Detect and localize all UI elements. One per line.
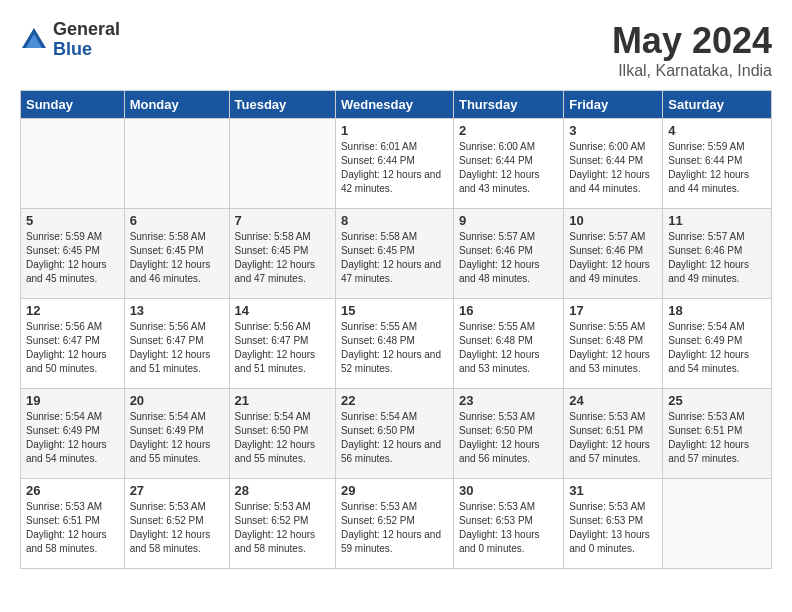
day-number: 4 <box>668 123 766 138</box>
day-info: Sunrise: 5:54 AMSunset: 6:49 PMDaylight:… <box>668 320 766 376</box>
day-info: Sunrise: 5:59 AMSunset: 6:45 PMDaylight:… <box>26 230 119 286</box>
day-cell: 6Sunrise: 5:58 AMSunset: 6:45 PMDaylight… <box>124 209 229 299</box>
day-cell: 20Sunrise: 5:54 AMSunset: 6:49 PMDayligh… <box>124 389 229 479</box>
week-row-5: 26Sunrise: 5:53 AMSunset: 6:51 PMDayligh… <box>21 479 772 569</box>
week-row-3: 12Sunrise: 5:56 AMSunset: 6:47 PMDayligh… <box>21 299 772 389</box>
day-number: 1 <box>341 123 448 138</box>
day-cell: 29Sunrise: 5:53 AMSunset: 6:52 PMDayligh… <box>335 479 453 569</box>
logo-text: General Blue <box>53 20 120 60</box>
day-info: Sunrise: 5:56 AMSunset: 6:47 PMDaylight:… <box>235 320 330 376</box>
day-info: Sunrise: 5:56 AMSunset: 6:47 PMDaylight:… <box>26 320 119 376</box>
day-number: 30 <box>459 483 558 498</box>
day-number: 13 <box>130 303 224 318</box>
day-number: 31 <box>569 483 657 498</box>
day-info: Sunrise: 5:53 AMSunset: 6:51 PMDaylight:… <box>26 500 119 556</box>
day-cell: 19Sunrise: 5:54 AMSunset: 6:49 PMDayligh… <box>21 389 125 479</box>
day-cell: 12Sunrise: 5:56 AMSunset: 6:47 PMDayligh… <box>21 299 125 389</box>
day-info: Sunrise: 5:57 AMSunset: 6:46 PMDaylight:… <box>459 230 558 286</box>
day-number: 28 <box>235 483 330 498</box>
day-number: 24 <box>569 393 657 408</box>
day-info: Sunrise: 5:57 AMSunset: 6:46 PMDaylight:… <box>569 230 657 286</box>
day-info: Sunrise: 6:00 AMSunset: 6:44 PMDaylight:… <box>569 140 657 196</box>
day-number: 2 <box>459 123 558 138</box>
logo: General Blue <box>20 20 120 60</box>
day-info: Sunrise: 5:55 AMSunset: 6:48 PMDaylight:… <box>569 320 657 376</box>
day-info: Sunrise: 5:54 AMSunset: 6:50 PMDaylight:… <box>341 410 448 466</box>
day-info: Sunrise: 5:53 AMSunset: 6:52 PMDaylight:… <box>341 500 448 556</box>
logo-blue: Blue <box>53 40 120 60</box>
day-cell: 1Sunrise: 6:01 AMSunset: 6:44 PMDaylight… <box>335 119 453 209</box>
header-day-sunday: Sunday <box>21 91 125 119</box>
day-cell: 26Sunrise: 5:53 AMSunset: 6:51 PMDayligh… <box>21 479 125 569</box>
day-cell: 22Sunrise: 5:54 AMSunset: 6:50 PMDayligh… <box>335 389 453 479</box>
day-number: 18 <box>668 303 766 318</box>
day-cell: 16Sunrise: 5:55 AMSunset: 6:48 PMDayligh… <box>453 299 563 389</box>
day-info: Sunrise: 5:53 AMSunset: 6:51 PMDaylight:… <box>569 410 657 466</box>
day-info: Sunrise: 5:58 AMSunset: 6:45 PMDaylight:… <box>341 230 448 286</box>
day-cell: 30Sunrise: 5:53 AMSunset: 6:53 PMDayligh… <box>453 479 563 569</box>
week-row-4: 19Sunrise: 5:54 AMSunset: 6:49 PMDayligh… <box>21 389 772 479</box>
header-day-monday: Monday <box>124 91 229 119</box>
day-number: 6 <box>130 213 224 228</box>
day-number: 22 <box>341 393 448 408</box>
day-cell: 24Sunrise: 5:53 AMSunset: 6:51 PMDayligh… <box>564 389 663 479</box>
day-cell <box>21 119 125 209</box>
day-number: 12 <box>26 303 119 318</box>
header-day-thursday: Thursday <box>453 91 563 119</box>
day-cell <box>229 119 335 209</box>
day-info: Sunrise: 5:53 AMSunset: 6:53 PMDaylight:… <box>459 500 558 556</box>
day-number: 17 <box>569 303 657 318</box>
day-number: 8 <box>341 213 448 228</box>
day-info: Sunrise: 5:54 AMSunset: 6:50 PMDaylight:… <box>235 410 330 466</box>
day-cell <box>663 479 772 569</box>
day-cell: 8Sunrise: 5:58 AMSunset: 6:45 PMDaylight… <box>335 209 453 299</box>
subtitle: Ilkal, Karnataka, India <box>612 62 772 80</box>
day-cell: 27Sunrise: 5:53 AMSunset: 6:52 PMDayligh… <box>124 479 229 569</box>
header-day-friday: Friday <box>564 91 663 119</box>
day-info: Sunrise: 5:58 AMSunset: 6:45 PMDaylight:… <box>235 230 330 286</box>
day-cell <box>124 119 229 209</box>
day-cell: 11Sunrise: 5:57 AMSunset: 6:46 PMDayligh… <box>663 209 772 299</box>
day-info: Sunrise: 5:53 AMSunset: 6:52 PMDaylight:… <box>235 500 330 556</box>
day-cell: 31Sunrise: 5:53 AMSunset: 6:53 PMDayligh… <box>564 479 663 569</box>
week-row-2: 5Sunrise: 5:59 AMSunset: 6:45 PMDaylight… <box>21 209 772 299</box>
day-info: Sunrise: 6:00 AMSunset: 6:44 PMDaylight:… <box>459 140 558 196</box>
day-cell: 3Sunrise: 6:00 AMSunset: 6:44 PMDaylight… <box>564 119 663 209</box>
day-number: 29 <box>341 483 448 498</box>
day-info: Sunrise: 5:58 AMSunset: 6:45 PMDaylight:… <box>130 230 224 286</box>
calendar-table: SundayMondayTuesdayWednesdayThursdayFrid… <box>20 90 772 569</box>
calendar-header-row: SundayMondayTuesdayWednesdayThursdayFrid… <box>21 91 772 119</box>
day-cell: 7Sunrise: 5:58 AMSunset: 6:45 PMDaylight… <box>229 209 335 299</box>
day-cell: 25Sunrise: 5:53 AMSunset: 6:51 PMDayligh… <box>663 389 772 479</box>
day-cell: 15Sunrise: 5:55 AMSunset: 6:48 PMDayligh… <box>335 299 453 389</box>
day-cell: 13Sunrise: 5:56 AMSunset: 6:47 PMDayligh… <box>124 299 229 389</box>
main-title: May 2024 <box>612 20 772 62</box>
header-day-tuesday: Tuesday <box>229 91 335 119</box>
header: General Blue May 2024 Ilkal, Karnataka, … <box>20 20 772 80</box>
day-number: 15 <box>341 303 448 318</box>
day-info: Sunrise: 5:55 AMSunset: 6:48 PMDaylight:… <box>341 320 448 376</box>
day-number: 26 <box>26 483 119 498</box>
day-info: Sunrise: 5:59 AMSunset: 6:44 PMDaylight:… <box>668 140 766 196</box>
day-number: 9 <box>459 213 558 228</box>
day-number: 20 <box>130 393 224 408</box>
day-cell: 17Sunrise: 5:55 AMSunset: 6:48 PMDayligh… <box>564 299 663 389</box>
day-number: 11 <box>668 213 766 228</box>
day-number: 7 <box>235 213 330 228</box>
day-number: 19 <box>26 393 119 408</box>
day-info: Sunrise: 5:55 AMSunset: 6:48 PMDaylight:… <box>459 320 558 376</box>
day-info: Sunrise: 5:53 AMSunset: 6:52 PMDaylight:… <box>130 500 224 556</box>
day-cell: 28Sunrise: 5:53 AMSunset: 6:52 PMDayligh… <box>229 479 335 569</box>
day-cell: 18Sunrise: 5:54 AMSunset: 6:49 PMDayligh… <box>663 299 772 389</box>
day-cell: 2Sunrise: 6:00 AMSunset: 6:44 PMDaylight… <box>453 119 563 209</box>
day-info: Sunrise: 5:56 AMSunset: 6:47 PMDaylight:… <box>130 320 224 376</box>
day-number: 25 <box>668 393 766 408</box>
day-cell: 10Sunrise: 5:57 AMSunset: 6:46 PMDayligh… <box>564 209 663 299</box>
day-info: Sunrise: 6:01 AMSunset: 6:44 PMDaylight:… <box>341 140 448 196</box>
day-number: 23 <box>459 393 558 408</box>
day-cell: 14Sunrise: 5:56 AMSunset: 6:47 PMDayligh… <box>229 299 335 389</box>
day-info: Sunrise: 5:53 AMSunset: 6:53 PMDaylight:… <box>569 500 657 556</box>
header-day-wednesday: Wednesday <box>335 91 453 119</box>
week-row-1: 1Sunrise: 6:01 AMSunset: 6:44 PMDaylight… <box>21 119 772 209</box>
day-info: Sunrise: 5:53 AMSunset: 6:50 PMDaylight:… <box>459 410 558 466</box>
